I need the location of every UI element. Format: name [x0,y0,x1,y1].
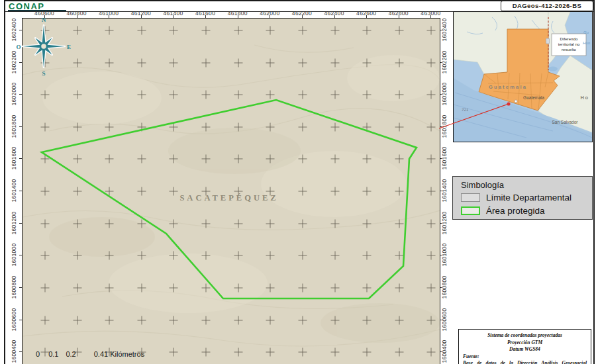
page-border-right [593,0,595,364]
legend-item-label: Área protegida [486,206,545,216]
crs-line-2: Proyección GTM [463,340,587,347]
inset-locator-map: Diferendo territorial no resuelto Guatem… [453,11,593,142]
callout-line-2: territorial no [558,42,580,46]
road-number-label: 721 [462,107,468,112]
inset-basemap: Diferendo territorial no resuelto Guatem… [454,12,592,142]
y-axis-tick-label-right: 1601600 [441,147,448,170]
scale-label-2: 0.2 [66,350,75,358]
y-axis-tick-label-left: 1601000 [11,244,17,267]
protected-area-swatch [461,206,480,215]
y-axis-tick-label-left: 1601400 [11,179,17,202]
scale-label-0: 0 [36,350,40,358]
compass-east-label: E [67,44,71,50]
y-axis-tick-label-left: 1600600 [11,308,17,331]
compass-south-label: S [42,70,45,77]
y-axis-tick-label-left: 1602000 [11,83,17,106]
document-id-badge: DAGeos-412-2026-BS [501,1,593,11]
legend-item-label: Límite Departamental [486,193,571,203]
y-axis-tick-label-left: 1601800 [11,114,17,138]
y-axis-tick-label-right: 1601000 [441,244,448,267]
page-border-left [4,0,5,364]
capital-city-label: Guatemala [523,95,544,100]
sea-label-fragment-2: Hon [583,41,591,45]
legend-title: Simbología [461,180,504,190]
callout-line-3: resuelto [562,47,577,52]
protected-area-polygon [42,100,417,298]
departmental-boundary-swatch [461,193,480,202]
country-label: Guatemala [489,84,527,90]
compass-rose: N E S O [16,15,72,78]
y-axis-tick-label-right: 1600800 [441,275,448,298]
y-axis-tick-label-right: 1600600 [441,308,448,331]
scale-label-3: 0.41 Kilómetros [94,350,144,358]
source-label: Fuente: [463,353,587,361]
compass-west-label: O [16,44,21,50]
y-axis-tick-label-left: 1600800 [11,275,17,298]
san-salvador-label: San Salvador [552,120,578,124]
y-axis-tick-label-left: 1601600 [11,147,17,170]
honduras-label-fragment: Ho [581,95,589,101]
source-text: Base de datos de la Dirección Análisis G… [463,360,587,364]
y-axis-tick-label-right: 1601200 [441,211,448,234]
y-axis-tick-label-left: 1601200 [11,211,17,234]
projection-info-box: Sistema de coordenadas proyectadas Proye… [458,329,591,364]
y-axis-tick-label-right: 1602000 [441,83,448,106]
y-axis-tick-label-right: 1600400 [441,340,448,363]
legend-item-departmental: Límite Departamental [461,193,571,203]
callout-line-1: Diferendo [560,36,578,41]
main-map-frame: SACATEPÉQUEZ 0 0.1 0.2 0.41 Kilómetros [22,18,440,364]
legend-item-protected: Área protegida [461,206,545,216]
scale-label-1: 0.1 [48,350,58,358]
y-axis-tick-label-right: 1601400 [441,179,448,202]
crs-line-3: Datum WGS84 [463,346,587,353]
legend-box: Simbología Límite Departamental Área pro… [452,176,593,220]
scale-bar: 0 0.1 0.2 0.41 Kilómetros [36,350,144,358]
y-axis-tick-label-left: 1600400 [11,340,17,363]
compass-north-label: N [42,17,46,23]
crs-line-1: Sistema de coordenadas proyectadas [463,332,587,340]
y-axis-tick-label-right: 1602400 [441,18,448,41]
protected-area-layer [23,19,440,364]
y-axis-tick-label-right: 1602200 [441,50,448,73]
sea-label-fragment-1: Gu [583,30,589,34]
y-axis-tick-label-right: 1601800 [441,114,448,138]
map-document-page: CONAP DAGeos-412-2026-BS 460600460800461… [0,0,596,364]
